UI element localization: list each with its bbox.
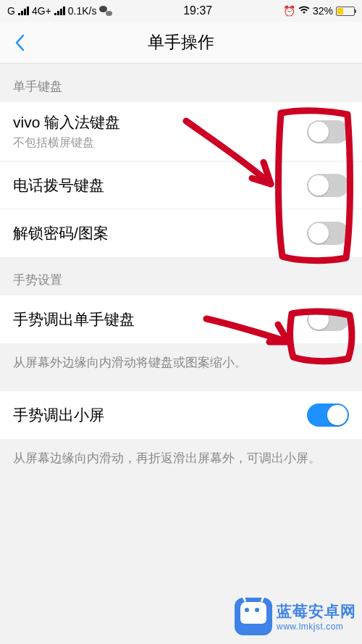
data-speed: 0.1K/s (68, 5, 97, 17)
row-title: 手势调出小屏 (13, 405, 104, 425)
row-title: vivo 输入法键盘 (13, 112, 120, 133)
row-unlock-pattern[interactable]: 解锁密码/图案 (0, 209, 362, 257)
watermark-url: www.lmkjst.com (277, 622, 356, 632)
status-left: G 4G+ 0.1K/s (7, 4, 112, 17)
page-title: 单手操作 (148, 31, 214, 54)
row-subtitle: 不包括横屏键盘 (13, 135, 120, 151)
watermark: 蓝莓安卓网 www.lmkjst.com (235, 598, 356, 635)
wifi-icon (298, 5, 310, 17)
row-title: 手势调出单手键盘 (13, 309, 135, 330)
list-gesture-1: 手势调出单手键盘 (0, 296, 362, 343)
alarm-icon: ⏰ (283, 5, 295, 17)
page-header: 单手操作 (0, 22, 362, 64)
section-header-gesture: 手势设置 (0, 257, 362, 296)
hint-gesture-keyboard: 从屏幕外边缘向内滑动将键盘或图案缩小。 (0, 343, 362, 378)
section-header-keyboard: 单手键盘 (0, 64, 362, 102)
row-gesture-small-screen[interactable]: 手势调出小屏 (0, 391, 362, 439)
signal-icon-2 (54, 7, 65, 15)
row-gesture-keyboard[interactable]: 手势调出单手键盘 (0, 296, 362, 343)
toggle-gesture-keyboard[interactable] (307, 308, 349, 331)
battery-icon (336, 7, 355, 16)
wechat-icon (99, 4, 112, 17)
row-vivo-ime[interactable]: vivo 输入法键盘 不包括横屏键盘 (0, 102, 362, 162)
status-right: ⏰ 32% (283, 5, 355, 17)
toggle-dialer-keypad[interactable] (307, 174, 349, 197)
battery-pct: 32% (313, 5, 333, 17)
back-button[interactable] (9, 32, 30, 54)
row-dialer-keypad[interactable]: 电话拨号键盘 (0, 162, 362, 209)
watermark-logo-icon (235, 598, 272, 635)
row-title: 电话拨号键盘 (13, 175, 104, 196)
signal-icon (18, 7, 29, 15)
toggle-unlock-pattern[interactable] (307, 222, 349, 245)
network-type: 4G+ (32, 5, 51, 17)
status-time: 19:37 (183, 4, 212, 17)
carrier-prefix: G (7, 5, 15, 17)
list-keyboard: vivo 输入法键盘 不包括横屏键盘 电话拨号键盘 解锁密码/图案 (0, 102, 362, 257)
row-title: 解锁密码/图案 (13, 223, 109, 243)
chevron-left-icon (14, 34, 25, 51)
list-gesture-2: 手势调出小屏 (0, 391, 362, 439)
hint-gesture-small-screen: 从屏幕边缘向内滑动，再折返滑出屏幕外，可调出小屏。 (0, 439, 362, 474)
status-bar: G 4G+ 0.1K/s 19:37 ⏰ 32% (0, 0, 362, 22)
toggle-vivo-ime[interactable] (307, 120, 349, 143)
watermark-text: 蓝莓安卓网 (277, 601, 356, 622)
toggle-gesture-small-screen[interactable] (307, 403, 349, 427)
